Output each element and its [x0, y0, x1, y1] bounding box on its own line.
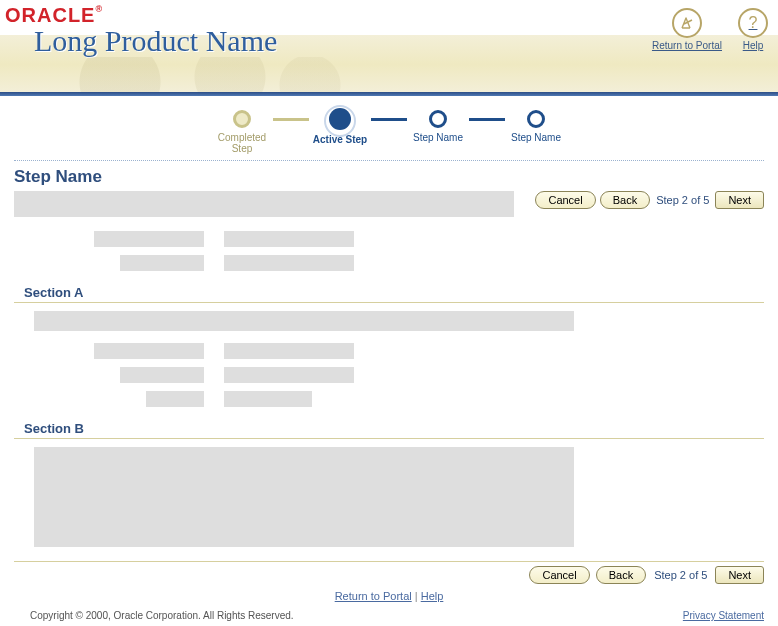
- wizard-node-icon: [233, 110, 251, 128]
- footer-return-link[interactable]: Return to Portal: [335, 590, 412, 602]
- form-block: [94, 343, 764, 407]
- placeholder-strip: [14, 191, 514, 217]
- section-b-header: Section B: [14, 417, 764, 439]
- page-title: Step Name: [14, 167, 764, 187]
- return-to-portal-label: Return to Portal: [652, 40, 722, 51]
- copyright-text: Copyright © 2000, Oracle Corporation. Al…: [30, 610, 294, 621]
- back-button[interactable]: Back: [600, 191, 650, 209]
- wizard-step-label: Completed Step: [211, 132, 273, 154]
- footer-links: Return to Portal | Help: [14, 590, 764, 602]
- oracle-logo-reg: ®: [95, 4, 103, 14]
- portal-icon: [672, 8, 702, 38]
- product-title: Long Product Name: [34, 24, 277, 58]
- wizard-connector: [273, 118, 309, 121]
- dotted-divider: [14, 160, 764, 161]
- footer-help-link[interactable]: Help: [421, 590, 444, 602]
- wizard-node-icon: [429, 110, 447, 128]
- wizard-step-pending[interactable]: Step Name: [407, 110, 469, 143]
- back-button[interactable]: Back: [596, 566, 646, 584]
- wizard-step-label: Step Name: [413, 132, 463, 143]
- placeholder-strip: [34, 311, 574, 331]
- cancel-button[interactable]: Cancel: [529, 566, 589, 584]
- placeholder-label: [94, 231, 204, 247]
- oracle-logo-text: ORACLE: [5, 4, 95, 26]
- wizard-step-completed[interactable]: Completed Step: [211, 110, 273, 154]
- placeholder-box: [34, 447, 574, 547]
- placeholder-label: [146, 391, 204, 407]
- wizard-node-icon: [527, 110, 545, 128]
- nav-buttons-bottom: Cancel Back Step 2 of 5 Next: [14, 566, 764, 584]
- page-body: Step Name Cancel Back Step 2 of 5 Next S…: [0, 167, 778, 602]
- wizard-node-icon: [329, 108, 351, 130]
- placeholder-field: [224, 343, 354, 359]
- step-indicator: Step 2 of 5: [656, 194, 709, 206]
- wizard-connector: [371, 118, 407, 121]
- next-button[interactable]: Next: [715, 566, 764, 584]
- global-links: Return to Portal ? Help: [652, 8, 768, 51]
- step-indicator: Step 2 of 5: [654, 569, 707, 581]
- placeholder-field: [224, 231, 354, 247]
- placeholder-field: [224, 391, 312, 407]
- wizard-step-label: Step Name: [511, 132, 561, 143]
- section-divider: [14, 561, 764, 562]
- wizard-step-active[interactable]: Active Step: [309, 110, 371, 145]
- next-button[interactable]: Next: [715, 191, 764, 209]
- wizard-connector: [469, 118, 505, 121]
- help-link[interactable]: ? Help: [738, 8, 768, 51]
- cancel-button[interactable]: Cancel: [535, 191, 595, 209]
- placeholder-label: [94, 343, 204, 359]
- placeholder-field: [224, 367, 354, 383]
- branding-header: ORACLE® Long Product Name Return to Port…: [0, 0, 778, 92]
- wizard-step-pending[interactable]: Step Name: [505, 110, 567, 143]
- placeholder-label: [120, 255, 204, 271]
- privacy-link[interactable]: Privacy Statement: [683, 610, 764, 621]
- wizard-train: Completed Step Active Step Step Name Ste…: [0, 110, 778, 154]
- form-block: [94, 231, 764, 271]
- wizard-step-label: Active Step: [313, 134, 367, 145]
- return-to-portal-link[interactable]: Return to Portal: [652, 8, 722, 51]
- help-icon: ?: [738, 8, 768, 38]
- help-label: Help: [743, 40, 764, 51]
- placeholder-field: [224, 255, 354, 271]
- placeholder-label: [120, 367, 204, 383]
- nav-buttons-top: Cancel Back Step 2 of 5 Next: [524, 191, 764, 209]
- footer-bar: Copyright © 2000, Oracle Corporation. Al…: [0, 606, 778, 626]
- section-a-header: Section A: [14, 281, 764, 303]
- divider-bar: [0, 92, 778, 96]
